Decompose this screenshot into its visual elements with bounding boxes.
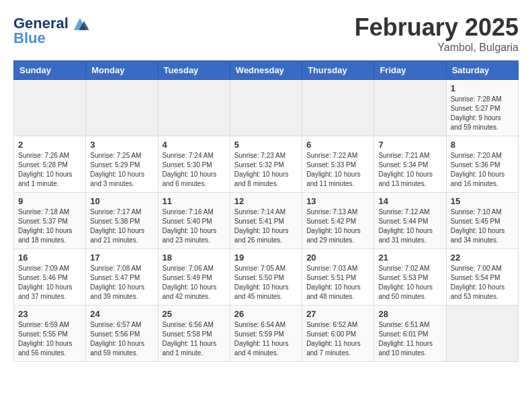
day-info: Sunrise: 7:13 AM Sunset: 5:42 PM Dayligh…: [306, 208, 369, 245]
day-info: Sunrise: 7:10 AM Sunset: 5:45 PM Dayligh…: [451, 208, 514, 245]
day-number: 13: [306, 196, 369, 206]
day-number: 2: [18, 140, 81, 150]
day-number: 20: [306, 253, 369, 263]
day-number: 26: [234, 309, 298, 319]
day-cell: 18Sunrise: 7:06 AM Sunset: 5:49 PM Dayli…: [158, 249, 230, 306]
day-info: Sunrise: 7:20 AM Sunset: 5:36 PM Dayligh…: [451, 151, 514, 189]
location: Yambol, Bulgaria: [355, 42, 519, 54]
day-cell: 21Sunrise: 7:02 AM Sunset: 5:53 PM Dayli…: [374, 249, 446, 306]
day-cell: 24Sunrise: 6:57 AM Sunset: 5:56 PM Dayli…: [86, 306, 158, 362]
day-header-thursday: Thursday: [302, 61, 374, 80]
day-number: 23: [18, 309, 81, 319]
day-cell: [230, 80, 302, 136]
day-cell: 6Sunrise: 7:22 AM Sunset: 5:33 PM Daylig…: [302, 136, 374, 193]
calendar-table: SundayMondayTuesdayWednesdayThursdayFrid…: [13, 60, 519, 362]
day-cell: 2Sunrise: 7:26 AM Sunset: 5:28 PM Daylig…: [14, 136, 86, 193]
day-cell: [14, 80, 86, 136]
day-header-saturday: Saturday: [446, 61, 518, 80]
week-row-3: 9Sunrise: 7:18 AM Sunset: 5:37 PM Daylig…: [14, 193, 519, 249]
day-info: Sunrise: 7:12 AM Sunset: 5:44 PM Dayligh…: [378, 208, 441, 245]
day-cell: [158, 80, 230, 136]
day-number: 4: [163, 140, 226, 150]
day-info: Sunrise: 7:00 AM Sunset: 5:54 PM Dayligh…: [451, 264, 514, 302]
day-cell: 4Sunrise: 7:24 AM Sunset: 5:30 PM Daylig…: [158, 136, 230, 193]
day-cell: [374, 80, 446, 136]
day-header-tuesday: Tuesday: [158, 61, 230, 80]
day-info: Sunrise: 7:03 AM Sunset: 5:51 PM Dayligh…: [306, 264, 369, 302]
day-headers-row: SundayMondayTuesdayWednesdayThursdayFrid…: [14, 61, 519, 80]
title-section: February 2025 Yambol, Bulgaria: [355, 13, 519, 54]
day-cell: 23Sunrise: 6:59 AM Sunset: 5:55 PM Dayli…: [14, 306, 86, 362]
day-cell: 3Sunrise: 7:25 AM Sunset: 5:29 PM Daylig…: [86, 136, 158, 193]
day-header-friday: Friday: [374, 61, 446, 80]
day-number: 7: [378, 140, 441, 150]
day-info: Sunrise: 6:51 AM Sunset: 6:01 PM Dayligh…: [378, 320, 441, 358]
day-cell: 14Sunrise: 7:12 AM Sunset: 5:44 PM Dayli…: [374, 193, 446, 249]
day-number: 19: [234, 253, 298, 263]
day-number: 5: [234, 140, 298, 150]
day-info: Sunrise: 7:14 AM Sunset: 5:41 PM Dayligh…: [234, 208, 298, 245]
day-number: 27: [306, 309, 369, 319]
day-info: Sunrise: 6:52 AM Sunset: 6:00 PM Dayligh…: [306, 320, 369, 358]
week-row-2: 2Sunrise: 7:26 AM Sunset: 5:28 PM Daylig…: [14, 136, 519, 193]
day-number: 15: [451, 196, 514, 206]
day-info: Sunrise: 7:06 AM Sunset: 5:49 PM Dayligh…: [163, 264, 226, 302]
day-number: 24: [90, 309, 153, 319]
day-number: 17: [90, 253, 153, 263]
week-row-5: 23Sunrise: 6:59 AM Sunset: 5:55 PM Dayli…: [14, 306, 519, 362]
day-number: 16: [18, 253, 81, 263]
day-info: Sunrise: 7:22 AM Sunset: 5:33 PM Dayligh…: [306, 151, 369, 189]
day-number: 10: [90, 196, 153, 206]
day-cell: [446, 306, 518, 362]
day-number: 25: [163, 309, 226, 319]
day-number: 28: [378, 309, 441, 319]
day-number: 1: [451, 83, 514, 93]
day-cell: 5Sunrise: 7:23 AM Sunset: 5:32 PM Daylig…: [230, 136, 302, 193]
day-info: Sunrise: 6:57 AM Sunset: 5:56 PM Dayligh…: [90, 320, 153, 358]
page-header: General Blue February 2025 Yambol, Bulga…: [13, 13, 519, 54]
day-info: Sunrise: 7:16 AM Sunset: 5:40 PM Dayligh…: [163, 208, 226, 245]
day-number: 12: [234, 196, 298, 206]
day-header-wednesday: Wednesday: [230, 61, 302, 80]
day-cell: 9Sunrise: 7:18 AM Sunset: 5:37 PM Daylig…: [14, 193, 86, 249]
day-info: Sunrise: 7:23 AM Sunset: 5:32 PM Dayligh…: [234, 151, 298, 189]
day-cell: 17Sunrise: 7:08 AM Sunset: 5:47 PM Dayli…: [86, 249, 158, 306]
day-cell: 16Sunrise: 7:09 AM Sunset: 5:46 PM Dayli…: [14, 249, 86, 306]
day-cell: 22Sunrise: 7:00 AM Sunset: 5:54 PM Dayli…: [446, 249, 518, 306]
day-info: Sunrise: 7:26 AM Sunset: 5:28 PM Dayligh…: [18, 151, 81, 189]
day-cell: 12Sunrise: 7:14 AM Sunset: 5:41 PM Dayli…: [230, 193, 302, 249]
day-info: Sunrise: 7:25 AM Sunset: 5:29 PM Dayligh…: [90, 151, 153, 189]
day-info: Sunrise: 7:08 AM Sunset: 5:47 PM Dayligh…: [90, 264, 153, 302]
day-cell: [302, 80, 374, 136]
day-number: 11: [163, 196, 226, 206]
day-cell: 15Sunrise: 7:10 AM Sunset: 5:45 PM Dayli…: [446, 193, 518, 249]
day-cell: 20Sunrise: 7:03 AM Sunset: 5:51 PM Dayli…: [302, 249, 374, 306]
day-cell: 1Sunrise: 7:28 AM Sunset: 5:27 PM Daylig…: [446, 80, 518, 136]
day-cell: 8Sunrise: 7:20 AM Sunset: 5:36 PM Daylig…: [446, 136, 518, 193]
day-info: Sunrise: 7:02 AM Sunset: 5:53 PM Dayligh…: [378, 264, 441, 302]
day-cell: 26Sunrise: 6:54 AM Sunset: 5:59 PM Dayli…: [230, 306, 302, 362]
day-info: Sunrise: 7:05 AM Sunset: 5:50 PM Dayligh…: [234, 264, 298, 302]
day-info: Sunrise: 7:28 AM Sunset: 5:27 PM Dayligh…: [451, 95, 514, 132]
month-year: February 2025: [355, 13, 519, 42]
day-number: 14: [378, 196, 441, 206]
logo: General Blue: [13, 13, 90, 47]
day-number: 6: [306, 140, 369, 150]
day-cell: 27Sunrise: 6:52 AM Sunset: 6:00 PM Dayli…: [302, 306, 374, 362]
week-row-4: 16Sunrise: 7:09 AM Sunset: 5:46 PM Dayli…: [14, 249, 519, 306]
day-cell: 19Sunrise: 7:05 AM Sunset: 5:50 PM Dayli…: [230, 249, 302, 306]
day-cell: 7Sunrise: 7:21 AM Sunset: 5:34 PM Daylig…: [374, 136, 446, 193]
day-cell: 28Sunrise: 6:51 AM Sunset: 6:01 PM Dayli…: [374, 306, 446, 362]
day-number: 21: [378, 253, 441, 263]
day-info: Sunrise: 6:56 AM Sunset: 5:58 PM Dayligh…: [163, 320, 226, 358]
day-info: Sunrise: 7:17 AM Sunset: 5:38 PM Dayligh…: [90, 208, 153, 245]
day-number: 18: [163, 253, 226, 263]
day-info: Sunrise: 7:21 AM Sunset: 5:34 PM Dayligh…: [378, 151, 441, 189]
day-cell: [86, 80, 158, 136]
logo-icon: [70, 13, 90, 34]
day-cell: 13Sunrise: 7:13 AM Sunset: 5:42 PM Dayli…: [302, 193, 374, 249]
day-cell: 25Sunrise: 6:56 AM Sunset: 5:58 PM Dayli…: [158, 306, 230, 362]
day-header-monday: Monday: [86, 61, 158, 80]
day-number: 8: [451, 140, 514, 150]
day-header-sunday: Sunday: [14, 61, 86, 80]
